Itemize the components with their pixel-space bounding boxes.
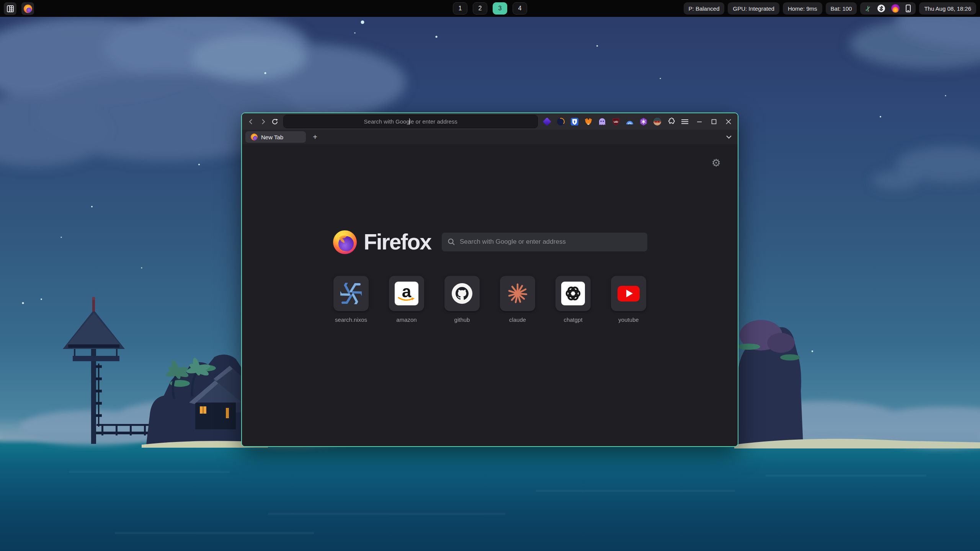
shortcut-label: chatgpt — [564, 316, 582, 323]
shortcut-search-nixos[interactable]: search.nixos — [333, 276, 369, 323]
nixos-snowflake-icon — [340, 283, 362, 304]
gpu-status: GPU: Integrated — [728, 2, 779, 15]
shortcut-label: github — [454, 316, 470, 323]
ghostery-extension-icon[interactable] — [598, 117, 606, 126]
window-controls — [696, 118, 732, 125]
bitwarden-extension-icon[interactable] — [570, 117, 579, 126]
shortcut-claude[interactable]: claude — [500, 276, 535, 323]
text-caret — [409, 118, 410, 125]
amazon-icon: a — [395, 282, 418, 305]
workspace-switcher: 1 2 3 4 — [453, 2, 527, 15]
dark-reader-extension-icon[interactable] — [557, 117, 565, 126]
url-input[interactable] — [284, 115, 537, 128]
list-all-tabs-chevron-icon[interactable] — [726, 135, 732, 139]
firefox-icon — [24, 5, 32, 13]
forward-button[interactable] — [257, 116, 269, 128]
tab-new-tab[interactable]: New Tab — [245, 131, 306, 143]
newtab-search-input[interactable] — [460, 238, 642, 246]
bluetooth-icon[interactable] — [877, 5, 885, 12]
reload-button[interactable] — [269, 116, 281, 128]
shortcut-label: search.nixos — [335, 316, 367, 323]
extension-toolbar: UD — [543, 117, 689, 126]
chatgpt-icon — [561, 282, 585, 305]
shortcut-label: amazon — [396, 316, 416, 323]
personalize-gear-icon[interactable]: ⚙ — [712, 158, 721, 168]
tab-label: New Tab — [261, 134, 283, 140]
claude-starburst-icon — [507, 283, 528, 304]
newtab-hero: Firefox — [242, 229, 738, 254]
network-latency-status: Home: 9ms — [783, 2, 822, 15]
blue-arc-extension-icon[interactable] — [626, 117, 634, 126]
workspace-1[interactable]: 1 — [453, 2, 467, 15]
top-status-bar: 1 2 3 4 P: Balanced GPU: Integrated Home… — [0, 0, 980, 17]
youtube-icon — [617, 286, 640, 302]
shortcut-github[interactable]: github — [444, 276, 480, 323]
app-grid-icon — [7, 5, 14, 13]
menu-hamburger-icon[interactable] — [681, 117, 689, 126]
scissors-tray-icon[interactable]: ✂ — [864, 4, 873, 12]
github-octocat-icon — [451, 282, 473, 305]
firefox-window: UD — [241, 112, 738, 447]
firefox-launcher-button[interactable] — [21, 2, 34, 15]
shortcut-label: claude — [509, 316, 526, 323]
power-profile-status: P: Balanced — [684, 2, 725, 15]
shortcut-label: youtube — [618, 316, 639, 323]
new-tab-button[interactable]: + — [309, 131, 321, 143]
maximize-button[interactable] — [710, 118, 717, 125]
navigation-toolbar: UD — [242, 113, 738, 130]
firefox-wordmark: Firefox — [364, 229, 431, 254]
workspace-4[interactable]: 4 — [513, 2, 527, 15]
firefox-logo — [332, 229, 358, 254]
shortcut-chatgpt[interactable]: chatgpt — [555, 276, 591, 323]
purple-diamond-extension-icon[interactable] — [543, 117, 551, 126]
svg-text:UD: UD — [614, 120, 618, 123]
newtab-search-bar — [442, 233, 647, 251]
tab-bar: New Tab + — [242, 130, 738, 144]
clock[interactable]: Thu Aug 08, 18:26 — [919, 2, 976, 15]
app-launcher-button[interactable] — [4, 2, 16, 15]
metamask-fox-extension-icon[interactable] — [584, 117, 593, 126]
workspace-2[interactable]: 2 — [473, 2, 487, 15]
url-bar — [284, 115, 537, 128]
ud-shield-extension-icon[interactable]: UD — [612, 117, 620, 126]
back-button[interactable] — [245, 116, 257, 128]
new-tab-page: ⚙ Firefox — [242, 144, 738, 446]
shortcut-youtube[interactable]: youtube — [611, 276, 646, 323]
flame-tray-icon[interactable] — [891, 4, 900, 13]
spy-face-extension-icon[interactable] — [653, 117, 662, 126]
extensions-puzzle-icon[interactable] — [667, 117, 675, 126]
purple-hexagon-extension-icon[interactable] — [639, 117, 648, 126]
shortcut-amazon[interactable]: a amazon — [389, 276, 424, 323]
minimize-button[interactable] — [696, 118, 703, 125]
battery-status: Bat: 100 — [826, 2, 857, 15]
system-tray: ✂ — [860, 2, 916, 15]
search-icon — [448, 238, 455, 246]
shortcut-tiles: search.nixos a amazon — [242, 276, 738, 323]
phone-connect-icon[interactable] — [906, 5, 911, 12]
workspace-3-active[interactable]: 3 — [493, 2, 507, 15]
close-button[interactable] — [725, 118, 732, 125]
tab-favicon-firefox-icon — [251, 134, 258, 140]
